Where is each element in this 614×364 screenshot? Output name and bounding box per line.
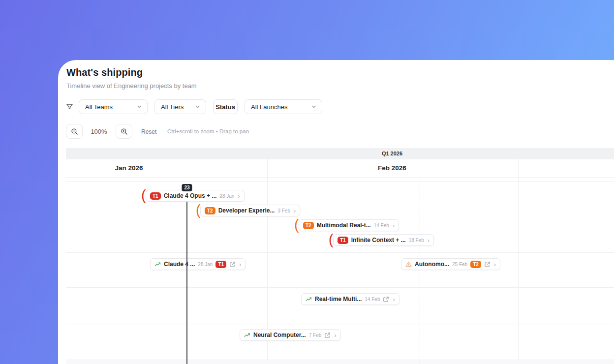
zoom-out-button[interactable]	[66, 124, 83, 139]
roadmap-item[interactable]: ( T2 Multimodal Real-t... 14 Feb ›	[299, 219, 399, 231]
roadmap-item-date: 3 Feb	[277, 208, 290, 213]
deadline-dashed-line	[420, 181, 420, 364]
tier-badge: T2	[470, 261, 481, 268]
roadmap-item-label: Infinite Context + ...	[351, 237, 406, 243]
roadmap-item-date: 14 Feb	[374, 223, 389, 228]
row-separator	[66, 252, 614, 253]
tier-badge: T1	[338, 237, 348, 244]
chevron-right-icon: ›	[239, 261, 241, 268]
launch-item-label: Claude 4 ...	[164, 261, 195, 268]
launch-item-date: 14 Feb	[365, 297, 380, 302]
teams-filter-select[interactable]: All Teams	[79, 99, 148, 114]
tier-badge: T1	[150, 192, 161, 200]
chevron-right-icon: ›	[238, 193, 240, 199]
external-link-icon[interactable]	[324, 332, 331, 338]
external-link-icon[interactable]	[383, 296, 389, 303]
row-separator	[66, 177, 614, 178]
today-marker-badge: 23	[182, 184, 192, 191]
next-row-band	[66, 360, 614, 364]
tier-badge: T2	[205, 207, 215, 214]
roadmap-item-date: 28 Jan	[219, 193, 234, 199]
zoom-in-icon	[121, 128, 128, 135]
whats-shipping-page: What's shipping Timeline view of Enginee…	[0, 0, 614, 364]
launches-filter-select[interactable]: All Launches	[245, 99, 322, 114]
month-label-feb: Feb 2026	[343, 164, 441, 172]
row-separator	[66, 324, 614, 324]
today-line	[186, 184, 187, 364]
chevron-down-icon	[311, 104, 317, 110]
chevron-down-icon	[195, 104, 201, 110]
launches-filter-label: All Launches	[251, 103, 307, 111]
zoom-level: 100%	[88, 128, 110, 135]
warning-icon	[405, 261, 412, 268]
launch-item-date: 28 Jan	[198, 262, 213, 267]
roadmap-item[interactable]: ( T1 Infinite Context + ... 18 Feb ›	[333, 234, 434, 246]
month-gridline	[518, 159, 519, 364]
launch-item[interactable]: Neural Computer... 7 Feb ›	[240, 329, 341, 341]
launch-item-label: Real-time Multi...	[315, 296, 362, 303]
status-filter-button[interactable]: Status	[213, 99, 238, 114]
launch-item-date: 25 Feb	[452, 262, 467, 267]
tiers-filter-label: All Tiers	[161, 103, 191, 111]
launch-item[interactable]: Autonomo... 25 Feb T2 ›	[401, 258, 500, 270]
launch-item-label: Autonomo...	[415, 261, 449, 268]
quarter-header-band: Q1 2026	[66, 148, 614, 159]
row-separator	[66, 287, 614, 288]
filter-icon	[66, 103, 73, 110]
chevron-right-icon: ›	[494, 261, 496, 268]
row-separator	[66, 181, 614, 182]
external-link-icon[interactable]	[229, 261, 236, 268]
trend-up-icon	[306, 296, 312, 303]
quarter-label: Q1 2026	[343, 148, 441, 159]
roadmap-item[interactable]: ( T2 Developer Experie... 3 Feb ›	[200, 205, 300, 216]
page-subtitle: Timeline view of Engineering projects by…	[66, 82, 197, 90]
teams-filter-label: All Teams	[85, 103, 132, 111]
external-link-icon[interactable]	[484, 261, 491, 268]
tiers-filter-select[interactable]: All Tiers	[154, 99, 206, 114]
tier-badge: T1	[215, 261, 226, 268]
launch-item-date: 7 Feb	[309, 333, 322, 338]
chevron-right-icon: ›	[334, 332, 336, 338]
zoom-hint-text: Ctrl+scroll to zoom • Drag to pan	[167, 128, 249, 134]
start-bracket-icon: (	[196, 203, 201, 217]
start-bracket-icon: (	[141, 188, 146, 203]
launch-item[interactable]: Claude 4 ... 28 Jan T1 ›	[150, 258, 246, 270]
roadmap-item[interactable]: ( T1 Claude 4 Opus + ... 28 Jan ›	[146, 190, 245, 202]
chevron-right-icon: ›	[428, 237, 430, 243]
chevron-right-icon: ›	[294, 208, 296, 214]
trend-up-icon	[244, 332, 250, 338]
page-title: What's shipping	[66, 67, 143, 78]
launch-item-label: Neural Computer...	[253, 332, 306, 338]
month-label-jan: Jan 2026	[80, 164, 178, 172]
zoom-out-icon	[71, 128, 78, 135]
start-bracket-icon: (	[329, 233, 334, 247]
zoom-in-button[interactable]	[116, 124, 132, 139]
chevron-right-icon: ›	[393, 296, 395, 303]
reset-zoom-button[interactable]: Reset	[141, 128, 156, 135]
launch-item[interactable]: Real-time Multi... 14 Feb ›	[301, 293, 399, 305]
tier-badge: T2	[303, 222, 314, 229]
trend-up-icon	[154, 261, 161, 268]
chevron-right-icon: ›	[393, 222, 395, 229]
roadmap-item-date: 18 Feb	[409, 238, 424, 243]
roadmap-item-label: Developer Experie...	[218, 207, 275, 214]
start-bracket-icon: (	[294, 218, 299, 232]
roadmap-item-label: Claude 4 Opus + ...	[164, 192, 217, 199]
chevron-down-icon	[136, 104, 142, 110]
status-filter-label: Status	[215, 103, 235, 111]
roadmap-item-label: Multimodal Real-t...	[317, 222, 371, 229]
